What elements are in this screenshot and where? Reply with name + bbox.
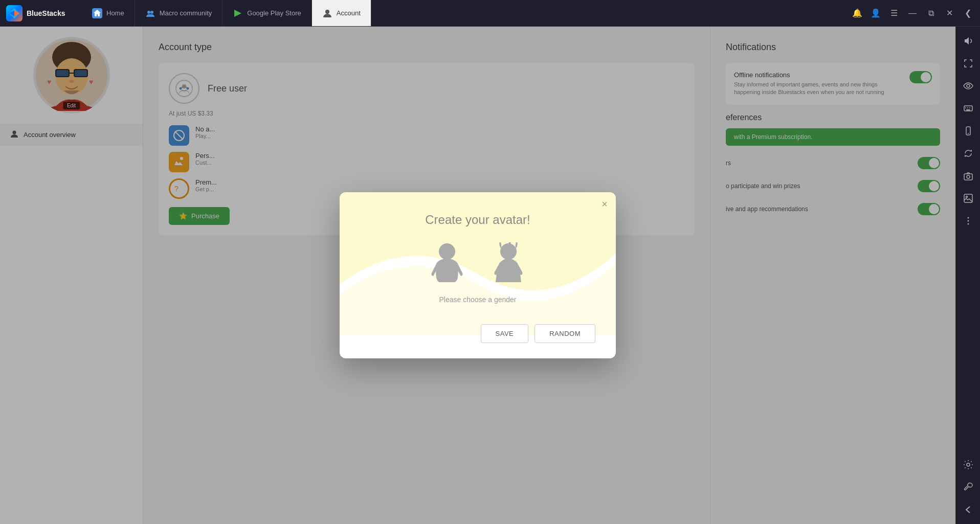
play-tab-icon bbox=[233, 8, 243, 18]
svg-point-19 bbox=[967, 217, 969, 219]
random-label: RANDOM bbox=[549, 330, 581, 337]
save-label: SAVE bbox=[496, 330, 514, 337]
close-x-icon: × bbox=[602, 198, 608, 210]
titlebar-controls: 🔔 👤 ☰ — ⧉ ✕ ❮ bbox=[845, 5, 980, 21]
svg-point-16 bbox=[967, 175, 970, 178]
svg-point-21 bbox=[967, 223, 969, 225]
logo-area: BlueStacks bbox=[0, 5, 82, 21]
svg-rect-15 bbox=[964, 174, 972, 180]
modal-overlay: × Create your avatar! bbox=[0, 27, 955, 524]
tab-macro-community[interactable]: Macro community bbox=[135, 0, 223, 26]
bluestacks-logo-icon bbox=[6, 5, 23, 21]
create-avatar-modal: × Create your avatar! bbox=[340, 192, 616, 358]
notification-btn[interactable]: 🔔 bbox=[849, 5, 865, 21]
random-button[interactable]: RANDOM bbox=[534, 324, 595, 343]
close-btn[interactable]: ✕ bbox=[941, 5, 957, 21]
tools-icon[interactable] bbox=[958, 477, 978, 497]
tab-home[interactable]: Home bbox=[82, 0, 135, 26]
right-sidebar bbox=[955, 27, 980, 524]
account-tab-icon bbox=[322, 8, 332, 18]
account-btn[interactable]: 👤 bbox=[867, 5, 884, 21]
save-button[interactable]: SAVE bbox=[481, 324, 529, 343]
sync-icon[interactable] bbox=[958, 143, 978, 164]
gender-female-option[interactable] bbox=[488, 242, 529, 287]
tab-play-label: Google Play Store bbox=[247, 9, 301, 17]
home-tab-icon bbox=[92, 8, 102, 18]
svg-point-20 bbox=[967, 220, 969, 222]
more-icon[interactable] bbox=[958, 211, 978, 231]
minimize-btn[interactable]: — bbox=[904, 5, 921, 21]
tab-account[interactable]: Account bbox=[312, 0, 371, 26]
gender-options bbox=[360, 242, 595, 287]
svg-point-45 bbox=[439, 243, 455, 260]
svg-point-22 bbox=[967, 463, 970, 466]
app-name: BlueStacks bbox=[27, 9, 65, 17]
macro-tab-icon bbox=[145, 8, 155, 18]
gender-male-option[interactable] bbox=[427, 242, 467, 287]
male-figure-icon bbox=[427, 242, 467, 283]
svg-marker-5 bbox=[234, 10, 241, 17]
tab-home-label: Home bbox=[106, 9, 124, 17]
svg-point-3 bbox=[147, 11, 150, 14]
svg-point-7 bbox=[967, 84, 970, 87]
fullscreen-icon[interactable] bbox=[958, 53, 978, 74]
tab-macro-label: Macro community bbox=[160, 9, 212, 17]
title-bar: BlueStacks Home Macro community bbox=[0, 0, 980, 27]
gallery-icon[interactable] bbox=[958, 188, 978, 209]
collapse-btn[interactable]: ❮ bbox=[960, 5, 976, 21]
svg-point-6 bbox=[325, 10, 329, 14]
back-icon[interactable] bbox=[958, 499, 978, 520]
svg-point-18 bbox=[966, 196, 967, 198]
modal-actions: SAVE RANDOM bbox=[360, 324, 595, 343]
restore-btn[interactable]: ⧉ bbox=[923, 5, 939, 21]
modal-close-button[interactable]: × bbox=[602, 198, 608, 210]
svg-point-4 bbox=[150, 11, 153, 14]
tabs-area: Home Macro community Google Play Store bbox=[82, 0, 845, 26]
settings-icon[interactable] bbox=[958, 454, 978, 475]
phone-icon[interactable] bbox=[958, 121, 978, 141]
tab-account-label: Account bbox=[337, 9, 361, 17]
camera-icon[interactable] bbox=[958, 166, 978, 186]
gender-prompt: Please choose a gender bbox=[360, 295, 595, 304]
keyboard-icon[interactable] bbox=[958, 98, 978, 119]
tab-google-play[interactable]: Google Play Store bbox=[222, 0, 312, 26]
modal-title: Create your avatar! bbox=[360, 213, 595, 227]
menu-btn[interactable]: ☰ bbox=[886, 5, 902, 21]
svg-point-46 bbox=[500, 243, 517, 260]
eye-icon[interactable] bbox=[958, 76, 978, 96]
female-figure-icon bbox=[488, 242, 529, 283]
sound-icon[interactable] bbox=[958, 31, 978, 51]
